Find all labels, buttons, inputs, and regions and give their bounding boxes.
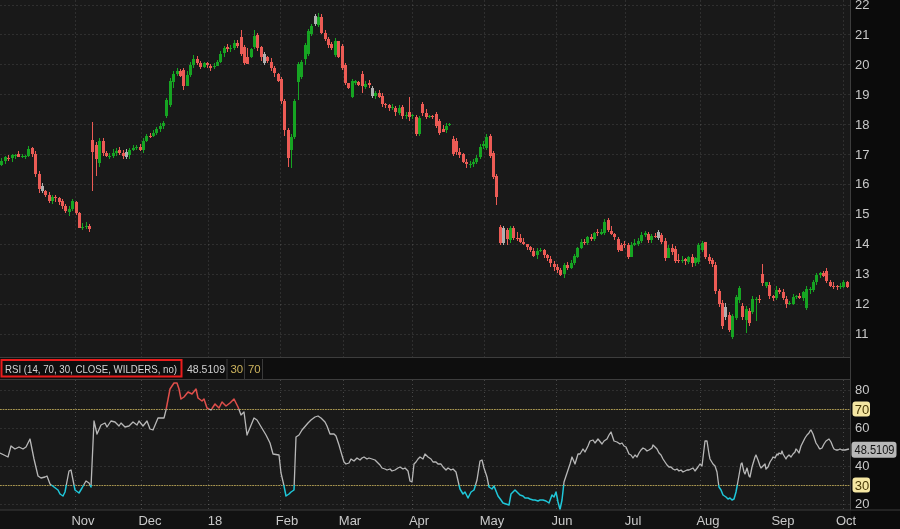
svg-text:20: 20	[855, 57, 869, 72]
svg-text:30: 30	[855, 478, 869, 493]
svg-text:Feb: Feb	[276, 513, 298, 528]
svg-text:15: 15	[855, 206, 869, 221]
svg-text:70: 70	[248, 363, 261, 375]
svg-text:20: 20	[855, 496, 869, 511]
svg-text:22: 22	[855, 0, 869, 12]
svg-text:12: 12	[855, 296, 869, 311]
svg-text:80: 80	[855, 382, 869, 397]
svg-text:48.5109: 48.5109	[187, 363, 225, 375]
svg-text:Dec: Dec	[138, 513, 162, 528]
svg-text:Mar: Mar	[339, 513, 362, 528]
svg-text:48.5109: 48.5109	[855, 443, 895, 457]
svg-text:Jul: Jul	[625, 513, 642, 528]
svg-text:May: May	[480, 513, 505, 528]
svg-text:14: 14	[855, 236, 869, 251]
svg-text:40: 40	[855, 458, 869, 473]
svg-text:Sep: Sep	[771, 513, 794, 528]
svg-text:60: 60	[855, 420, 869, 435]
svg-text:17: 17	[855, 147, 869, 162]
svg-text:30: 30	[231, 363, 244, 375]
svg-text:Oct: Oct	[836, 513, 857, 528]
svg-text:18: 18	[855, 117, 869, 132]
svg-text:Apr: Apr	[409, 513, 430, 528]
svg-text:Aug: Aug	[696, 513, 719, 528]
svg-text:19: 19	[855, 87, 869, 102]
svg-text:21: 21	[855, 27, 869, 42]
svg-text:Nov: Nov	[71, 513, 95, 528]
svg-text:11: 11	[855, 326, 869, 341]
svg-text:70: 70	[855, 402, 869, 417]
svg-text:16: 16	[855, 176, 869, 191]
svg-text:Jun: Jun	[552, 513, 573, 528]
svg-text:18: 18	[208, 513, 222, 528]
svg-text:RSI (14, 70, 30, CLOSE, WILDER: RSI (14, 70, 30, CLOSE, WILDERS, no)	[5, 363, 177, 375]
svg-text:13: 13	[855, 266, 869, 281]
